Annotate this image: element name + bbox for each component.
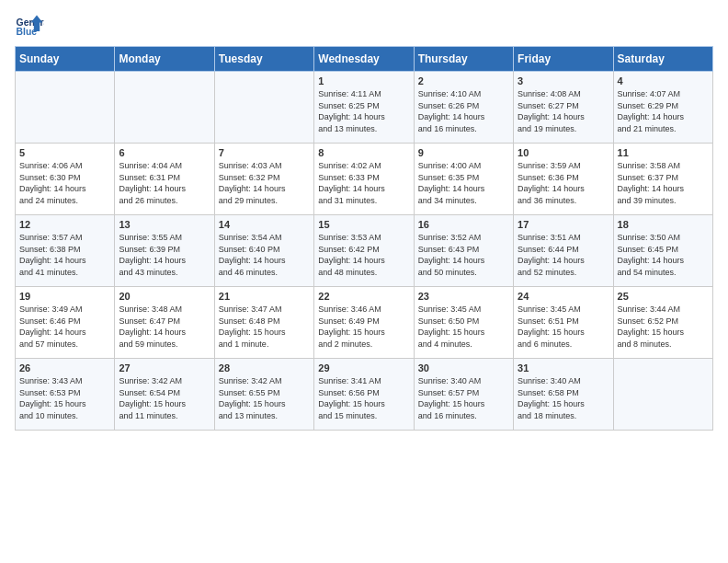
header: General Blue xyxy=(15,9,713,39)
day-info: Sunrise: 4:06 AM Sunset: 6:30 PM Dayligh… xyxy=(19,160,110,206)
day-info: Sunrise: 3:58 AM Sunset: 6:37 PM Dayligh… xyxy=(618,160,709,206)
day-info: Sunrise: 3:45 AM Sunset: 6:51 PM Dayligh… xyxy=(518,304,609,350)
day-info: Sunrise: 3:47 AM Sunset: 6:48 PM Dayligh… xyxy=(219,304,310,350)
day-number: 1 xyxy=(318,75,409,86)
day-cell: 26Sunrise: 3:43 AM Sunset: 6:53 PM Dayli… xyxy=(16,359,115,431)
day-cell: 28Sunrise: 3:42 AM Sunset: 6:55 PM Dayli… xyxy=(214,359,313,431)
day-cell: 7Sunrise: 4:03 AM Sunset: 6:32 PM Daylig… xyxy=(214,144,313,215)
day-number: 25 xyxy=(618,291,709,302)
day-info: Sunrise: 3:40 AM Sunset: 6:57 PM Dayligh… xyxy=(418,375,509,421)
week-row-2: 5Sunrise: 4:06 AM Sunset: 6:30 PM Daylig… xyxy=(16,144,713,215)
day-cell: 30Sunrise: 3:40 AM Sunset: 6:57 PM Dayli… xyxy=(414,359,513,431)
day-cell: 4Sunrise: 4:07 AM Sunset: 6:29 PM Daylig… xyxy=(613,72,712,144)
day-info: Sunrise: 3:48 AM Sunset: 6:47 PM Dayligh… xyxy=(119,304,210,350)
day-number: 9 xyxy=(418,147,509,158)
day-info: Sunrise: 3:42 AM Sunset: 6:55 PM Dayligh… xyxy=(219,375,310,421)
week-row-3: 12Sunrise: 3:57 AM Sunset: 6:38 PM Dayli… xyxy=(16,215,713,287)
day-cell xyxy=(16,72,115,144)
day-cell: 8Sunrise: 4:02 AM Sunset: 6:33 PM Daylig… xyxy=(314,144,414,215)
day-number: 15 xyxy=(318,219,409,230)
day-cell: 18Sunrise: 3:50 AM Sunset: 6:45 PM Dayli… xyxy=(613,215,712,287)
day-info: Sunrise: 3:43 AM Sunset: 6:53 PM Dayligh… xyxy=(19,375,110,421)
day-cell: 31Sunrise: 3:40 AM Sunset: 6:58 PM Dayli… xyxy=(514,359,613,431)
calendar-table: SundayMondayTuesdayWednesdayThursdayFrid… xyxy=(15,46,713,431)
day-cell: 9Sunrise: 4:00 AM Sunset: 6:35 PM Daylig… xyxy=(414,144,513,215)
day-cell xyxy=(115,72,214,144)
day-info: Sunrise: 4:03 AM Sunset: 6:32 PM Dayligh… xyxy=(219,160,310,206)
day-cell: 6Sunrise: 4:04 AM Sunset: 6:31 PM Daylig… xyxy=(115,144,214,215)
day-number: 22 xyxy=(318,291,409,302)
day-cell: 21Sunrise: 3:47 AM Sunset: 6:48 PM Dayli… xyxy=(214,287,313,359)
day-cell xyxy=(613,359,712,431)
day-number: 17 xyxy=(518,219,609,230)
day-number: 6 xyxy=(119,147,210,158)
day-info: Sunrise: 4:08 AM Sunset: 6:27 PM Dayligh… xyxy=(518,88,609,134)
week-row-4: 19Sunrise: 3:49 AM Sunset: 6:46 PM Dayli… xyxy=(16,287,713,359)
week-row-1: 1Sunrise: 4:11 AM Sunset: 6:25 PM Daylig… xyxy=(16,72,713,144)
day-number: 13 xyxy=(119,219,210,230)
day-number: 24 xyxy=(518,291,609,302)
day-cell: 11Sunrise: 3:58 AM Sunset: 6:37 PM Dayli… xyxy=(613,144,712,215)
day-info: Sunrise: 3:46 AM Sunset: 6:49 PM Dayligh… xyxy=(318,304,409,350)
day-cell: 13Sunrise: 3:55 AM Sunset: 6:39 PM Dayli… xyxy=(115,215,214,287)
day-info: Sunrise: 4:07 AM Sunset: 6:29 PM Dayligh… xyxy=(618,88,709,134)
logo-icon: General Blue xyxy=(15,9,44,39)
day-number: 16 xyxy=(418,219,509,230)
page: General Blue SundayMondayTuesdayWednesda… xyxy=(0,0,728,440)
day-cell: 29Sunrise: 3:41 AM Sunset: 6:56 PM Dayli… xyxy=(314,359,414,431)
day-info: Sunrise: 3:53 AM Sunset: 6:42 PM Dayligh… xyxy=(318,232,409,278)
day-cell: 23Sunrise: 3:45 AM Sunset: 6:50 PM Dayli… xyxy=(414,287,513,359)
day-info: Sunrise: 3:55 AM Sunset: 6:39 PM Dayligh… xyxy=(119,232,210,278)
day-info: Sunrise: 4:10 AM Sunset: 6:26 PM Dayligh… xyxy=(418,88,509,134)
day-info: Sunrise: 3:52 AM Sunset: 6:43 PM Dayligh… xyxy=(418,232,509,278)
day-number: 8 xyxy=(318,147,409,158)
days-header-row: SundayMondayTuesdayWednesdayThursdayFrid… xyxy=(16,47,713,72)
day-info: Sunrise: 3:50 AM Sunset: 6:45 PM Dayligh… xyxy=(618,232,709,278)
day-info: Sunrise: 3:40 AM Sunset: 6:58 PM Dayligh… xyxy=(518,375,609,421)
day-number: 11 xyxy=(618,147,709,158)
day-header-friday: Friday xyxy=(514,47,613,72)
logo: General Blue xyxy=(15,9,48,39)
day-cell: 1Sunrise: 4:11 AM Sunset: 6:25 PM Daylig… xyxy=(314,72,414,144)
day-cell: 19Sunrise: 3:49 AM Sunset: 6:46 PM Dayli… xyxy=(16,287,115,359)
day-cell xyxy=(214,72,313,144)
day-header-wednesday: Wednesday xyxy=(314,47,414,72)
week-row-5: 26Sunrise: 3:43 AM Sunset: 6:53 PM Dayli… xyxy=(16,359,713,431)
day-info: Sunrise: 3:49 AM Sunset: 6:46 PM Dayligh… xyxy=(19,304,110,350)
day-cell: 20Sunrise: 3:48 AM Sunset: 6:47 PM Dayli… xyxy=(115,287,214,359)
day-cell: 16Sunrise: 3:52 AM Sunset: 6:43 PM Dayli… xyxy=(414,215,513,287)
day-info: Sunrise: 4:00 AM Sunset: 6:35 PM Dayligh… xyxy=(418,160,509,206)
day-info: Sunrise: 3:44 AM Sunset: 6:52 PM Dayligh… xyxy=(618,304,709,350)
day-number: 14 xyxy=(219,219,310,230)
day-number: 28 xyxy=(219,362,310,373)
day-cell: 22Sunrise: 3:46 AM Sunset: 6:49 PM Dayli… xyxy=(314,287,414,359)
day-number: 30 xyxy=(418,362,509,373)
day-cell: 10Sunrise: 3:59 AM Sunset: 6:36 PM Dayli… xyxy=(514,144,613,215)
day-number: 10 xyxy=(518,147,609,158)
day-number: 4 xyxy=(618,75,709,86)
day-header-tuesday: Tuesday xyxy=(214,47,313,72)
day-header-sunday: Sunday xyxy=(16,47,115,72)
day-number: 7 xyxy=(219,147,310,158)
day-cell: 25Sunrise: 3:44 AM Sunset: 6:52 PM Dayli… xyxy=(613,287,712,359)
day-number: 27 xyxy=(119,362,210,373)
day-info: Sunrise: 3:45 AM Sunset: 6:50 PM Dayligh… xyxy=(418,304,509,350)
day-cell: 27Sunrise: 3:42 AM Sunset: 6:54 PM Dayli… xyxy=(115,359,214,431)
day-number: 2 xyxy=(418,75,509,86)
day-info: Sunrise: 4:04 AM Sunset: 6:31 PM Dayligh… xyxy=(119,160,210,206)
day-info: Sunrise: 3:51 AM Sunset: 6:44 PM Dayligh… xyxy=(518,232,609,278)
day-number: 12 xyxy=(19,219,110,230)
day-info: Sunrise: 3:42 AM Sunset: 6:54 PM Dayligh… xyxy=(119,375,210,421)
day-info: Sunrise: 3:41 AM Sunset: 6:56 PM Dayligh… xyxy=(318,375,409,421)
day-info: Sunrise: 3:54 AM Sunset: 6:40 PM Dayligh… xyxy=(219,232,310,278)
day-cell: 5Sunrise: 4:06 AM Sunset: 6:30 PM Daylig… xyxy=(16,144,115,215)
day-header-thursday: Thursday xyxy=(414,47,513,72)
day-cell: 24Sunrise: 3:45 AM Sunset: 6:51 PM Dayli… xyxy=(514,287,613,359)
day-header-monday: Monday xyxy=(115,47,214,72)
day-cell: 3Sunrise: 4:08 AM Sunset: 6:27 PM Daylig… xyxy=(514,72,613,144)
day-header-saturday: Saturday xyxy=(613,47,712,72)
day-number: 5 xyxy=(19,147,110,158)
day-number: 18 xyxy=(618,219,709,230)
day-number: 31 xyxy=(518,362,609,373)
day-number: 19 xyxy=(19,291,110,302)
